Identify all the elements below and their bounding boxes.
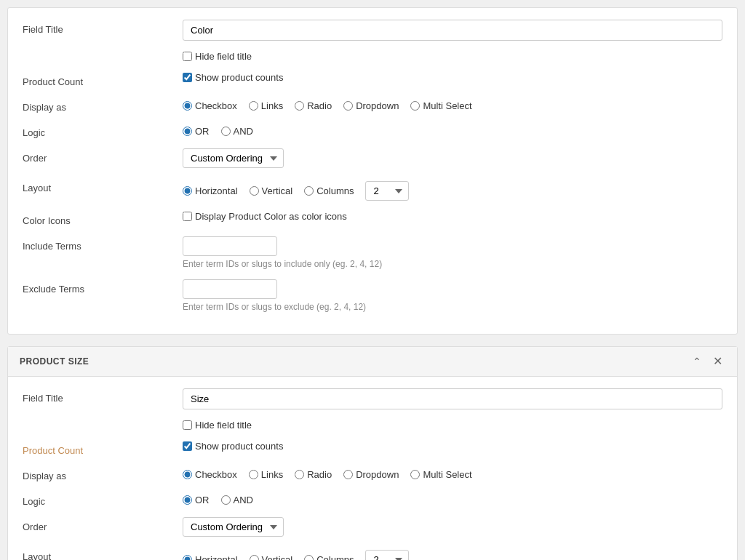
display-color-icon-checkbox[interactable] [183,212,192,221]
size-layout-horizontal-label: Horizontal [195,554,238,560]
display-checkbox-option[interactable]: Checkbox [183,100,237,111]
include-terms-row: Include Terms Enter term IDs or slugs to… [23,236,722,269]
display-dropdown-label: Dropdown [356,100,399,111]
exclude-terms-control: Enter term IDs or slugs to exclude (eg. … [183,279,722,312]
layout-vertical-radio[interactable] [250,186,259,196]
display-links-radio[interactable] [249,101,258,111]
layout-columns-radio[interactable] [304,186,314,196]
hide-field-title-text: Hide field title [195,51,252,62]
layout-horizontal-radio[interactable] [183,186,192,196]
size-columns-select[interactable]: 2 3 [365,550,409,560]
logic-radio-group: OR AND [183,123,722,137]
size-section-body: Field Title Hide field title Product Cou… [8,377,737,560]
size-show-product-counts-checkbox[interactable] [183,441,192,451]
size-layout-label: Layout [23,547,183,560]
size-logic-control: OR AND [183,492,722,505]
size-display-as-control: Checkbox Links Radio Dropdown [183,466,722,480]
size-display-dropdown-label: Dropdown [356,469,399,480]
field-title-input[interactable] [183,20,722,41]
product-count-control: Show product counts [183,72,722,83]
logic-control: OR AND [183,123,722,137]
order-select[interactable]: Custom Ordering Name Count [183,148,284,168]
display-multiselect-radio[interactable] [410,101,420,111]
size-display-links-option[interactable]: Links [249,469,283,480]
show-product-counts-checkbox[interactable] [183,73,192,82]
size-logic-or-option[interactable]: OR [183,495,210,505]
size-logic-or-label: OR [195,495,210,505]
size-logic-and-option[interactable]: AND [221,495,253,505]
show-product-counts-label[interactable]: Show product counts [183,72,715,83]
size-logic-and-radio[interactable] [221,495,231,505]
display-links-option[interactable]: Links [249,100,283,111]
display-multiselect-option[interactable]: Multi Select [410,100,471,111]
product-count-row: Product Count Show product counts [23,72,722,87]
display-as-control: Checkbox Links Radio Dropdown [183,97,722,111]
display-radio-radio[interactable] [295,101,304,111]
size-display-multiselect-option[interactable]: Multi Select [410,469,471,480]
field-title-label: Field Title [23,20,183,35]
display-checkbox-radio[interactable] [183,101,192,111]
hide-field-title-checkbox[interactable] [183,52,192,61]
size-display-links-radio[interactable] [249,470,258,479]
layout-horizontal-label: Horizontal [195,185,238,196]
size-layout-control: Horizontal Vertical Columns 2 3 [183,547,722,560]
size-layout-horizontal-radio[interactable] [183,555,192,560]
size-display-radio-option[interactable]: Radio [295,469,332,480]
size-display-checkbox-option[interactable]: Checkbox [183,469,237,480]
layout-vertical-option[interactable]: Vertical [250,185,293,196]
display-color-icon-label[interactable]: Display Product Color as color icons [183,211,715,222]
size-field-title-input[interactable] [183,388,722,409]
size-logic-or-radio[interactable] [183,495,192,505]
hide-field-title-row: Hide field title [23,51,722,62]
size-logic-row: Logic OR AND [23,492,722,507]
logic-or-radio[interactable] [183,127,192,136]
size-layout-columns-label: Columns [316,554,354,560]
size-layout-columns-option[interactable]: Columns [304,554,354,560]
exclude-terms-label: Exclude Terms [23,279,183,295]
layout-columns-option[interactable]: Columns [304,185,354,196]
field-title-control [183,20,722,41]
size-hide-field-row: Hide field title [23,420,722,431]
collapse-button[interactable]: ⌃ [690,355,704,368]
layout-horizontal-option[interactable]: Horizontal [183,185,238,196]
display-radio-option[interactable]: Radio [295,100,332,111]
logic-and-option[interactable]: AND [221,126,253,137]
display-dropdown-option[interactable]: Dropdown [343,100,399,111]
size-show-product-counts-label[interactable]: Show product counts [183,441,715,452]
size-display-checkbox-radio[interactable] [183,470,192,479]
show-product-counts-text: Show product counts [195,72,283,83]
display-dropdown-radio[interactable] [343,101,353,111]
logic-or-option[interactable]: OR [183,126,210,137]
display-as-label: Display as [23,97,183,113]
include-terms-label: Include Terms [23,236,183,252]
size-layout-vertical-radio[interactable] [250,555,259,560]
close-icon: ✕ [713,356,722,367]
size-hide-field-checkbox[interactable] [183,420,192,430]
page-wrapper: Field Title Hide field title Product Cou… [0,0,745,560]
columns-select[interactable]: 2 3 4 [365,181,409,201]
color-section-body: Field Title Hide field title Product Cou… [8,8,737,334]
size-display-radio-radio[interactable] [295,470,304,479]
close-button[interactable]: ✕ [710,354,725,369]
size-display-multiselect-label: Multi Select [423,469,471,480]
include-terms-control: Enter term IDs or slugs to include only … [183,236,722,269]
size-display-dropdown-radio[interactable] [343,470,353,479]
size-layout-horizontal-option[interactable]: Horizontal [183,554,238,560]
size-order-select[interactable]: Custom Ordering Name [183,517,284,537]
exclude-terms-hint: Enter term IDs or slugs to exclude (eg. … [183,302,722,312]
size-display-dropdown-option[interactable]: Dropdown [343,469,399,480]
size-display-radio-group: Checkbox Links Radio Dropdown [183,466,722,480]
color-section: Field Title Hide field title Product Cou… [7,7,738,335]
logic-and-radio[interactable] [221,127,231,136]
include-terms-input[interactable] [183,236,277,256]
layout-control: Horizontal Vertical Columns 2 3 [183,178,722,201]
display-radio-label: Radio [307,100,332,111]
size-layout-vertical-option[interactable]: Vertical [250,554,293,560]
order-row: Order Custom Ordering Name Count [23,148,722,168]
field-title-row: Field Title [23,20,722,41]
size-display-multiselect-radio[interactable] [410,470,420,479]
size-layout-columns-radio[interactable] [304,555,314,560]
size-hide-field-label[interactable]: Hide field title [183,420,715,431]
exclude-terms-input[interactable] [183,279,277,299]
hide-field-title-checkbox-label[interactable]: Hide field title [183,51,715,62]
